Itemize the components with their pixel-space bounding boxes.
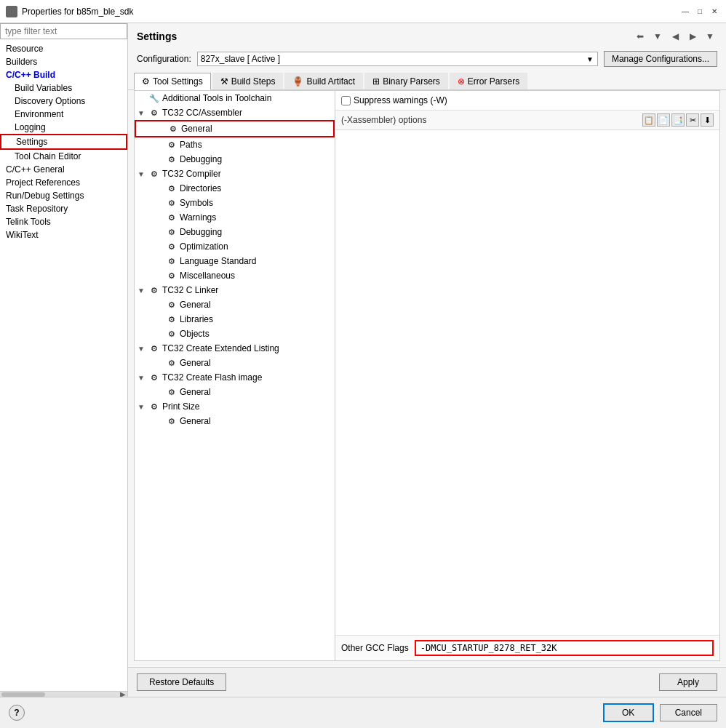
header-icons: ⬅ ▼ ◀ ▶ ▼ <box>633 29 717 44</box>
tree-item-miscellaneous[interactable]: ⚙ Miscellaneous <box>135 268 335 283</box>
tab-binary-parsers[interactable]: ⊞ Binary Parsers <box>364 73 448 89</box>
tree-label-debugging-compiler: Debugging <box>180 227 222 237</box>
tree-icon-objects: ⚙ <box>166 328 177 340</box>
tree-item-general-listing[interactable]: ⚙ General <box>135 356 335 370</box>
filter-input[interactable] <box>0 23 127 39</box>
tree-item-language-standard[interactable]: ⚙ Language Standard <box>135 254 335 268</box>
detail-btn-delete[interactable]: ✂ <box>686 113 699 127</box>
nav-back-icon[interactable]: ◀ <box>668 29 682 44</box>
tree-item-tc32-cc[interactable]: ▼ ⚙ TC32 CC/Assembler <box>135 105 335 120</box>
tree-item-libraries[interactable]: ⚙ Libraries <box>135 312 335 327</box>
tree-item-tc32-linker[interactable]: ▼ ⚙ TC32 C Linker <box>135 283 335 297</box>
tree-icon-debugging-compiler: ⚙ <box>166 226 177 238</box>
gcc-flags-input[interactable] <box>415 640 714 656</box>
tree-item-optimization[interactable]: ⚙ Optimization <box>135 239 335 254</box>
detail-btn-copy[interactable]: 📄 <box>657 113 670 127</box>
nav-forward-icon[interactable]: ▶ <box>685 29 700 44</box>
tree-icon-print-size: ⚙ <box>148 401 160 412</box>
tree-item-flash-image[interactable]: ▼ ⚙ TC32 Create Flash image <box>135 370 335 385</box>
suppress-checkbox[interactable] <box>341 96 351 105</box>
tree-label-extended-listing: TC32 Create Extended Listing <box>162 343 279 353</box>
tree-item-tc32-compiler[interactable]: ▼ ⚙ TC32 Compiler <box>135 167 335 181</box>
tree-icon-flash-image: ⚙ <box>148 372 160 383</box>
content-area: Settings ⬅ ▼ ◀ ▶ ▼ Configuration: 827x_s… <box>128 23 726 697</box>
tree-item-objects[interactable]: ⚙ Objects <box>135 327 335 341</box>
tree-label-general-flash: General <box>180 387 211 397</box>
tree-label-symbols: Symbols <box>180 198 213 208</box>
sidebar-scrollbar[interactable]: ▶ <box>0 691 127 697</box>
config-select[interactable]: 827x_slave [ Active ] <box>197 52 598 66</box>
minimize-btn[interactable]: — <box>679 6 691 17</box>
tree-icon-language-standard: ⚙ <box>166 255 177 267</box>
title-bar: Properties for b85m_ble_sdk — □ ✕ <box>0 0 726 23</box>
tree-arrow-tc32-linker: ▼ <box>137 287 146 295</box>
tree-item-debug-asm[interactable]: ⚙ Debugging <box>135 152 335 167</box>
detail-btn-add[interactable]: 📋 <box>642 113 655 127</box>
tree-label-tc32-linker: TC32 C Linker <box>162 285 218 295</box>
tree-icon-tc32-cc: ⚙ <box>148 107 160 119</box>
close-btn[interactable]: ✕ <box>709 6 720 17</box>
tree-item-directories[interactable]: ⚙ Directories <box>135 181 335 196</box>
ok-btn[interactable]: OK <box>603 703 654 722</box>
tree-item-general-asm[interactable]: ⚙ General <box>135 120 335 137</box>
tree-item-print-size[interactable]: ▼ ⚙ Print Size <box>135 399 335 414</box>
sidebar-item-settings[interactable]: Settings <box>0 134 127 150</box>
manage-configurations-btn[interactable]: Manage Configurations... <box>604 51 717 67</box>
sidebar-item-logging[interactable]: Logging <box>0 121 127 134</box>
sidebar: Resource Builders C/C++ Build Build Vari… <box>0 23 128 697</box>
sidebar-item-environment[interactable]: Environment <box>0 108 127 121</box>
sidebar-item-cpp-general[interactable]: C/C++ General <box>0 163 127 176</box>
tool-settings-icon: ⚙ <box>142 76 150 87</box>
sidebar-item-discovery[interactable]: Discovery Options <box>0 95 127 108</box>
sidebar-item-task-repository[interactable]: Task Repository <box>0 202 127 215</box>
sidebar-item-project-references[interactable]: Project References <box>0 176 127 189</box>
forward-icon[interactable]: ▼ <box>650 29 665 44</box>
sidebar-item-cpp-build[interactable]: C/C++ Build <box>0 68 127 81</box>
tree-icon-extended-listing: ⚙ <box>148 343 160 354</box>
sidebar-item-toolchain-editor[interactable]: Tool Chain Editor <box>0 150 127 163</box>
sidebar-item-builders[interactable]: Builders <box>0 55 127 68</box>
cancel-btn[interactable]: Cancel <box>660 704 717 721</box>
binary-parsers-icon: ⊞ <box>372 76 380 87</box>
detail-toolbar: 📋 📄 📑 ✂ ⬇ <box>642 113 714 127</box>
tree-item-debugging-compiler[interactable]: ⚙ Debugging <box>135 225 335 239</box>
tab-build-artifact[interactable]: 🏺 Build Artifact <box>284 73 363 89</box>
restore-defaults-btn[interactable]: Restore Defaults <box>137 673 226 691</box>
apply-btn[interactable]: Apply <box>659 673 717 691</box>
tree-icon-general-flash: ⚙ <box>166 386 177 398</box>
bottom-bar: Restore Defaults Apply <box>128 667 726 697</box>
tree-label-general-print: General <box>180 416 211 426</box>
back-icon[interactable]: ⬅ <box>633 29 647 44</box>
tree-arrow-extended-listing: ▼ <box>137 345 146 353</box>
maximize-btn[interactable]: □ <box>694 6 706 17</box>
detail-btn-paste[interactable]: 📑 <box>671 113 685 127</box>
config-row: Configuration: 827x_slave [ Active ] ▼ M… <box>128 48 726 73</box>
tree-label-miscellaneous: Miscellaneous <box>180 271 235 281</box>
tree-item-paths[interactable]: ⚙ Paths <box>135 137 335 152</box>
sidebar-item-wikitext[interactable]: WikiText <box>0 228 127 241</box>
tree-item-general-print[interactable]: ⚙ General <box>135 414 335 428</box>
sidebar-scroll-right[interactable]: ▶ <box>120 690 126 697</box>
tree-item-general-flash[interactable]: ⚙ General <box>135 385 335 399</box>
sidebar-item-telink-tools[interactable]: Telink Tools <box>0 215 127 228</box>
sidebar-item-run-debug[interactable]: Run/Debug Settings <box>0 189 127 202</box>
tab-tool-settings[interactable]: ⚙ Tool Settings <box>134 73 211 90</box>
tree-arrow-print-size: ▼ <box>137 403 146 411</box>
tree-item-symbols[interactable]: ⚙ Symbols <box>135 196 335 210</box>
sidebar-item-resource[interactable]: Resource <box>0 42 127 55</box>
tree-item-additional-tools[interactable]: 🔧 Additional Tools in Toolchain <box>135 91 335 105</box>
sidebar-tree: Resource Builders C/C++ Build Build Vari… <box>0 39 127 691</box>
tree-item-general-linker[interactable]: ⚙ General <box>135 297 335 312</box>
detail-btn-down[interactable]: ⬇ <box>701 113 714 127</box>
tree-item-extended-listing[interactable]: ▼ ⚙ TC32 Create Extended Listing <box>135 341 335 356</box>
tree-item-warnings[interactable]: ⚙ Warnings <box>135 210 335 225</box>
tab-error-parsers[interactable]: ⊗ Error Parsers <box>450 73 527 89</box>
dialog-footer: ? OK Cancel <box>0 697 726 728</box>
tab-build-steps[interactable]: ⚒ Build Steps <box>212 73 284 89</box>
tree-label-paths: Paths <box>180 140 202 150</box>
help-btn[interactable]: ? <box>9 705 25 721</box>
sidebar-item-build-variables[interactable]: Build Variables <box>0 81 127 95</box>
detail-content <box>335 130 719 635</box>
menu-icon[interactable]: ▼ <box>703 29 717 44</box>
sidebar-scroll-thumb[interactable] <box>1 692 45 697</box>
